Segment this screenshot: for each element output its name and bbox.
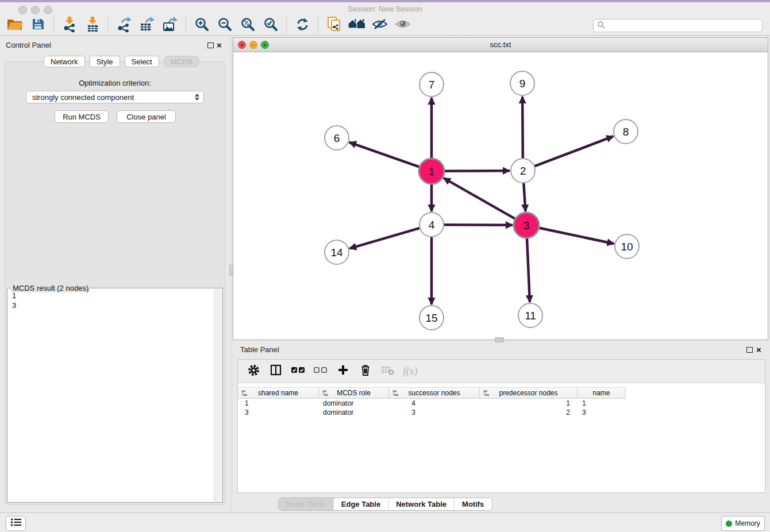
houses-icon [347,17,367,33]
table-cell[interactable]: 1 [238,399,319,408]
table-cell[interactable]: 3 [578,408,626,417]
table-toolbar: f(x) [238,360,765,383]
zoom-in-icon [195,17,209,34]
table-panel-close-button[interactable]: × [756,346,761,353]
table-cell[interactable]: dominator [319,399,389,408]
toggle-panel-split-button[interactable] [268,364,283,378]
network-window-titlebar[interactable]: × − + scc.txt [233,38,768,52]
first-neighbors-button[interactable] [345,17,368,34]
split-columns-icon [270,364,282,378]
column-type-icon [392,390,398,398]
table-header-row: shared nameMCDS rolesuccessor nodesprede… [238,387,626,399]
edge-4-14[interactable] [349,228,419,248]
tab-network-table[interactable]: Network Table [388,498,455,510]
search-box[interactable] [593,19,763,32]
column-header-label: MCDS role [337,389,371,397]
titlebar[interactable]: Session: New Session [0,2,770,16]
result-scrollbar[interactable] [214,289,222,502]
edge-1-6[interactable] [349,142,419,167]
column-header-successor-nodes[interactable]: successor nodes [389,387,480,399]
zoom-in-button[interactable] [190,17,213,34]
equation-builder-button[interactable]: f(x) [403,364,418,378]
column-header-shared-name[interactable]: shared name [238,387,319,399]
memory-button[interactable]: Memory [721,516,765,531]
tab-edge-table[interactable]: Edge Table [334,498,388,510]
criterion-dropdown[interactable]: strongly connected component [26,91,204,103]
tab-mcds[interactable]: MCDS [164,56,199,67]
edge-2-8[interactable] [535,136,614,166]
floppy-disk-icon [31,17,45,33]
mcds-result-legend: MCDS result (2 nodes) [11,284,90,292]
edge-4-3[interactable] [444,225,513,225]
network-window-title: scc.txt [233,38,768,52]
clone-network-icon [326,16,342,34]
export-network-button[interactable] [113,17,136,34]
table-cell[interactable]: 1 [480,399,578,408]
tab-style[interactable]: Style [90,56,120,67]
network-canvas[interactable]: 7968124314101511 [233,52,768,340]
tab-select[interactable]: Select [125,56,159,67]
main-toolbar [0,16,770,36]
edge-3-11[interactable] [527,238,530,302]
import-table-button[interactable] [81,17,104,34]
export-image-button[interactable] [159,17,182,34]
zoom-selected-icon [264,17,278,34]
edge-3-10[interactable] [540,228,614,244]
control-panel-close-button[interactable]: × [217,42,222,49]
edge-2-3[interactable] [523,183,525,211]
table-panel-float-button[interactable] [746,347,753,353]
tab-motifs[interactable]: Motifs [455,498,491,510]
clone-network-button[interactable] [322,17,345,34]
zoom-selected-button[interactable] [259,17,282,34]
tab-network[interactable]: Network [44,56,85,67]
table-row[interactable]: 1dominator411 [238,399,765,408]
toolbar-separator [186,17,186,34]
toolbar-separator [318,17,318,34]
open-session-button[interactable] [3,17,26,34]
network-window-resize-grip[interactable] [495,337,504,342]
table-row[interactable]: 3dominator323 [238,408,765,417]
column-type-icon [241,390,247,398]
control-panel-tabbar: NetworkStyleSelectMCDS [44,56,199,67]
deselect-all-button[interactable] [313,364,328,378]
table-cell[interactable]: 1 [578,399,626,408]
edge-2-9[interactable] [522,97,523,158]
column-header-predecessor-nodes[interactable]: predecessor nodes [480,387,578,399]
new-column-button[interactable] [336,364,351,378]
close-panel-button[interactable]: Close panel [117,110,176,123]
network-graph[interactable]: 7968124314101511 [233,52,768,340]
zoom-out-button[interactable] [213,17,236,34]
edge-3-1[interactable] [444,178,515,219]
column-header-label: shared name [258,389,298,397]
run-mcds-button[interactable]: Run MCDS [55,110,109,123]
hide-selected-button[interactable] [368,17,391,34]
column-settings-button[interactable] [246,364,261,378]
graph-node-label-2: 2 [520,165,526,177]
column-header-MCDS-role[interactable]: MCDS role [319,387,389,399]
refresh-view-button[interactable] [291,17,314,34]
import-network-button[interactable] [58,17,81,34]
graph-node-label-14: 14 [330,246,343,259]
select-all-button[interactable] [291,364,306,378]
table-cell[interactable]: dominator [319,408,389,417]
control-panel-float-button[interactable] [207,43,214,48]
delete-columns-button[interactable] [358,364,373,378]
tab-node-table[interactable]: Node Table [279,498,334,510]
search-input[interactable] [605,21,762,30]
save-session-button[interactable] [26,17,49,34]
table-body: 1dominator4113dominator323 [238,399,765,417]
task-history-button[interactable] [6,516,26,531]
column-header-label: predecessor nodes [499,389,557,397]
table-cell[interactable]: 4 [389,399,480,408]
graph-node-label-15: 15 [425,312,437,324]
delete-table-button[interactable] [380,364,395,378]
export-table-button[interactable] [136,17,159,34]
table-cell[interactable]: 3 [389,408,480,417]
column-header-name[interactable]: name [578,387,626,399]
edge-1-2[interactable] [445,171,510,171]
table-cell[interactable]: 3 [238,408,319,417]
show-all-button[interactable] [391,17,414,34]
zoom-fit-button[interactable] [236,17,259,34]
delete-table-icon [381,364,395,378]
table-cell[interactable]: 2 [480,408,578,417]
